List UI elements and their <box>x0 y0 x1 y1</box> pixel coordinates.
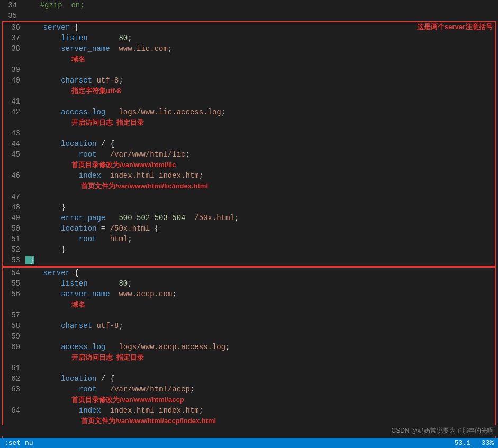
code-line-54: 54 server { <box>3 268 495 278</box>
code-line-51: 51 root html; <box>3 234 495 244</box>
line-content-46: index index.html index.htm; 首页文件为/var/ww… <box>25 170 495 191</box>
code-line-37: 37 listen 80; <box>3 33 495 43</box>
watermark: CSDN @奶奶常说要为了那年的光啊 <box>0 425 498 436</box>
code-line-41: 41 <box>3 96 495 107</box>
status-bar: :set nu 53,1 33% <box>0 438 498 448</box>
line-content-52: } <box>25 244 495 255</box>
code-line-64: 64 index index.html index.htm; 首页文件为/var… <box>3 405 495 426</box>
code-line-45: 45 root /var/www/html/lic; 首页目录修改为/var/w… <box>3 149 495 170</box>
line-num-52: 52 <box>3 244 25 255</box>
code-line-61: 61 <box>3 363 495 373</box>
code-line-60: 60 access_log logs/www.accp.access.log; … <box>3 342 495 363</box>
line-content-34: #gzip on; <box>22 0 498 11</box>
line-num-37: 37 <box>3 33 25 43</box>
line-num-44: 44 <box>3 139 25 149</box>
scroll-percent: 33% <box>482 439 494 447</box>
server1-block: 36 server { 37 listen 80; 38 server_name… <box>2 21 496 267</box>
line-num-34: 34 <box>0 0 22 11</box>
code-line-38: 38 server_name www.lic.com; 域名 <box>3 43 495 65</box>
code-line-48: 48 } <box>3 202 495 213</box>
line-num-48: 48 <box>3 202 25 213</box>
vim-command: :set nu <box>4 439 33 447</box>
code-line-53: 53 } <box>3 255 495 266</box>
code-line-56: 56 server_name www.accp.com; 域名 <box>3 289 495 310</box>
code-line-46: 46 index index.html index.htm; 首页文件为/var… <box>3 170 495 191</box>
line-num-39: 39 <box>3 65 25 75</box>
code-line-52: 52 } <box>3 244 495 255</box>
code-line-35: 35 <box>0 11 498 21</box>
line-num-54: 54 <box>3 268 25 278</box>
line-num-50: 50 <box>3 223 25 234</box>
annotation-server-notice: 这是两个server注意括号 <box>417 22 493 32</box>
line-num-47: 47 <box>3 191 25 202</box>
line-content-42: access_log logs/www.lic.access.log; 开启访问… <box>25 107 495 128</box>
line-num-53: 53 <box>3 255 25 266</box>
line-num-56: 56 <box>3 289 25 299</box>
line-num-57: 57 <box>3 310 25 321</box>
code-container: 34 #gzip on; 35 36 server { 37 listen 80… <box>0 0 498 448</box>
code-line-39: 39 <box>3 65 495 75</box>
status-right: 53,1 33% <box>454 439 494 447</box>
line-content-60: access_log logs/www.accp.access.log; 开启访… <box>25 342 495 363</box>
code-line-49: 49 error_page 500 502 503 504 /50x.html; <box>3 213 495 223</box>
line-num-45: 45 <box>3 149 25 160</box>
code-line-47: 47 <box>3 191 495 202</box>
line-num-42: 42 <box>3 107 25 117</box>
line-num-40: 40 <box>3 75 25 86</box>
line-num-35: 35 <box>0 11 22 21</box>
line-content-40: charset utf-8; 指定字符集utf-8 <box>25 75 495 96</box>
line-num-64: 64 <box>3 405 25 416</box>
line-num-46: 46 <box>3 170 25 181</box>
cursor-position: 53,1 <box>454 439 470 447</box>
line-content-44: location / { <box>25 139 495 149</box>
code-line-34: 34 #gzip on; <box>0 0 498 11</box>
line-num-49: 49 <box>3 213 25 223</box>
line-content-50: location = /50x.html { <box>25 223 495 234</box>
code-line-55: 55 listen 80; <box>3 278 495 289</box>
lines-wrapper: 34 #gzip on; 35 36 server { 37 listen 80… <box>0 0 498 448</box>
code-line-57: 57 <box>3 310 495 321</box>
code-line-50: 50 location = /50x.html { <box>3 223 495 234</box>
line-content-64: index index.html index.htm; 首页文件为/var/ww… <box>25 405 495 426</box>
line-num-41: 41 <box>3 96 25 107</box>
line-content-58: charset utf-8; <box>25 321 495 331</box>
code-line-44: 44 location / { <box>3 139 495 149</box>
line-content-63: root /var/www/html/accp; 首页目录修改为/var/www… <box>25 384 495 405</box>
line-num-61: 61 <box>3 363 25 373</box>
line-content-62: location / { <box>25 373 495 384</box>
code-line-62: 62 location / { <box>3 373 495 384</box>
line-num-58: 58 <box>3 321 25 331</box>
code-line-40: 40 charset utf-8; 指定字符集utf-8 <box>3 75 495 96</box>
line-num-38: 38 <box>3 43 25 54</box>
line-content-49: error_page 500 502 503 504 /50x.html; <box>25 213 495 223</box>
line-num-59: 59 <box>3 331 25 342</box>
line-content-37: listen 80; <box>25 33 495 43</box>
line-content-55: listen 80; <box>25 278 495 289</box>
line-num-43: 43 <box>3 128 25 139</box>
line-num-51: 51 <box>3 234 25 244</box>
code-line-63: 63 root /var/www/html/accp; 首页目录修改为/var/… <box>3 384 495 405</box>
line-content-54: server { <box>25 268 495 278</box>
line-content-45: root /var/www/html/lic; 首页目录修改为/var/www/… <box>25 149 495 170</box>
line-content-48: } <box>25 202 495 213</box>
line-num-60: 60 <box>3 342 25 352</box>
code-line-58: 58 charset utf-8; <box>3 321 495 331</box>
line-num-55: 55 <box>3 278 25 289</box>
line-content-38: server_name www.lic.com; 域名 <box>25 43 495 65</box>
code-line-59: 59 <box>3 331 495 342</box>
line-content-56: server_name www.accp.com; 域名 <box>25 289 495 310</box>
line-num-62: 62 <box>3 373 25 384</box>
code-line-43: 43 <box>3 128 495 139</box>
line-content-51: root html; <box>25 234 495 244</box>
status-left: :set nu <box>4 439 33 447</box>
code-line-42: 42 access_log logs/www.lic.access.log; 开… <box>3 107 495 128</box>
server2-block: 54 server { 55 listen 80; 56 server_name… <box>2 267 496 448</box>
line-content-53: } <box>25 255 495 266</box>
line-num-63: 63 <box>3 384 25 395</box>
line-num-36: 36 <box>3 22 25 33</box>
